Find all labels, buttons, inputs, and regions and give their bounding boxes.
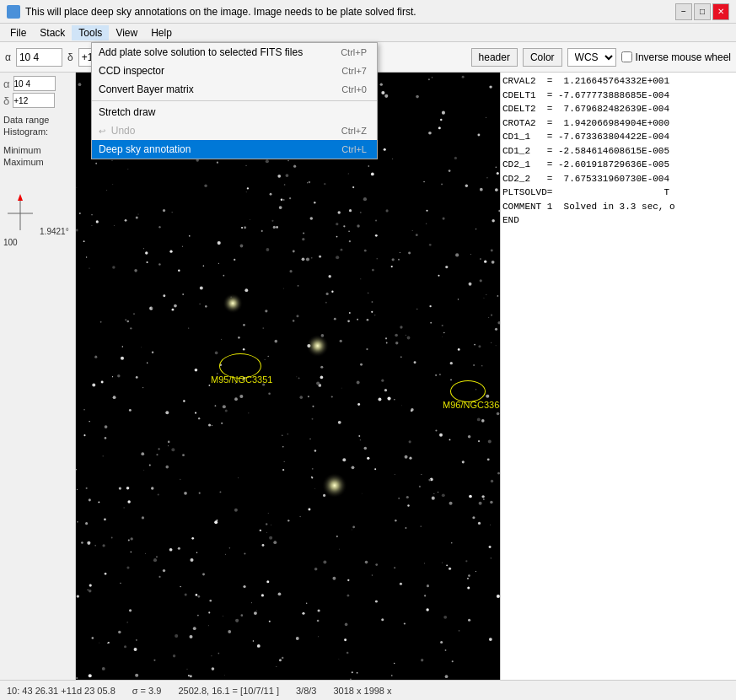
header-button[interactable]: header — [471, 48, 518, 67]
coords-display: 10: 43 26.31 +11d 23 05.8 — [7, 686, 116, 696]
window-controls: − □ ✕ — [675, 3, 729, 20]
menu-file[interactable]: File — [3, 25, 33, 40]
tools-dropdown: Add plate solve solution to selected FIT… — [91, 42, 378, 159]
svg-marker-2 — [18, 194, 23, 201]
angle-indicator: 1.9421° 100 — [3, 192, 72, 247]
menu-stack[interactable]: Stack — [33, 25, 72, 40]
fits-line: CD1_1 = -7.673363804422E-004 — [502, 130, 734, 144]
sigma-display: σ = 3.9 — [132, 686, 162, 696]
inverse-mouse-wheel-label: Inverse mouse wheel — [636, 51, 731, 63]
minimum-side-label: Minimum — [3, 145, 72, 155]
maximize-button[interactable]: □ — [694, 3, 711, 20]
alpha-label: α — [5, 51, 11, 63]
angle-numeric: 100 — [3, 238, 72, 247]
shortcut-label: Ctrl+Z — [341, 126, 367, 136]
histogram-side-label: Histogram: — [3, 127, 72, 137]
delta-label: δ — [67, 51, 73, 63]
shortcut-label: Ctrl+P — [341, 47, 367, 57]
window-title: This will place deep sky annotations on … — [25, 6, 675, 18]
main-area: α δ Data range Histogram: Minimum Maximu… — [0, 73, 736, 680]
dropdown-item-convert-bayer-matrix[interactable]: Convert Bayer matrixCtrl+0 — [92, 80, 377, 99]
dropdown-separator — [92, 100, 377, 101]
menu-help[interactable]: Help — [144, 25, 179, 40]
shortcut-label: Ctrl+7 — [341, 66, 367, 76]
fits-line: CDELT1 = -7.677773888685E-004 — [502, 89, 734, 103]
close-button[interactable]: ✕ — [712, 3, 729, 20]
menu-view[interactable]: View — [109, 25, 144, 40]
undo-icon: ↩ — [99, 127, 108, 136]
fits-line: CD2_1 = -2.601918729636E-005 — [502, 158, 734, 172]
dropdown-item-undo: ↩ UndoCtrl+Z — [92, 121, 377, 140]
angle-value: 1.9421° — [40, 227, 69, 236]
image-area[interactable]: M95/NGC3351M96/NGC3368IC643/PGC32392ICPG… — [76, 73, 500, 680]
dimensions-display: 3018 x 1998 x — [333, 686, 391, 696]
delta-side-input[interactable] — [13, 93, 55, 108]
fits-line: CD1_2 = -2.584614608615E-005 — [502, 144, 734, 159]
inverse-mouse-wheel-checkbox[interactable] — [621, 51, 632, 62]
color-button[interactable]: Color — [523, 48, 562, 67]
fits-line: PLTSOLVD= T — [502, 186, 734, 200]
fits-line: CD2_2 = 7.675331960730E-004 — [502, 172, 734, 186]
fits-line: CROTA2 = 1.942066984904E+000 — [502, 116, 734, 131]
titlebar: This will place deep sky annotations on … — [0, 0, 736, 24]
alpha-input[interactable] — [16, 48, 62, 67]
alpha-side-input[interactable] — [13, 76, 56, 91]
dropdown-item-deep-sky-annotation[interactable]: Deep sky annotationCtrl+L — [92, 140, 377, 159]
dropdown-item-ccd-inspector[interactable]: CCD inspectorCtrl+7 — [92, 62, 377, 80]
fits-line: CDELT2 = 7.679682482639E-004 — [502, 102, 734, 116]
statusbar: 10: 43 26.31 +11d 23 05.8 σ = 3.9 2502.8… — [0, 680, 736, 700]
fits-line: CRVAL2 = 1.216645764332E+001 — [502, 74, 734, 89]
star-canvas — [76, 73, 500, 680]
fits-line: COMMENT 1 Solved in 3.3 sec, o — [502, 200, 734, 214]
left-panel: α δ Data range Histogram: Minimum Maximu… — [0, 73, 76, 680]
dropdown-item-stretch-draw[interactable]: Stretch draw — [92, 103, 377, 121]
fits-header-panel[interactable]: CRVAL2 = 1.216645764332E+001CDELT1 = -7.… — [500, 73, 736, 680]
menu-tools[interactable]: Tools — [72, 25, 109, 40]
maximum-side-label: Maximum — [3, 157, 72, 167]
app-icon — [7, 5, 20, 19]
pixel-info-display: 2502.8, 16.1 = [10/7/11 ] — [178, 686, 279, 696]
data-range-side-label: Data range — [3, 115, 72, 125]
wcs-dropdown[interactable]: WCS — [567, 48, 616, 67]
minimize-button[interactable]: − — [675, 3, 692, 20]
menubar: File Stack Tools View Help — [0, 24, 736, 42]
fits-line: END — [502, 213, 734, 228]
shortcut-label: Ctrl+0 — [341, 84, 367, 94]
inverse-mouse-wheel-group: Inverse mouse wheel — [621, 51, 731, 63]
shortcut-label: Ctrl+L — [341, 144, 367, 154]
dropdown-item-add-plate-solve-solu[interactable]: Add plate solve solution to selected FIT… — [92, 43, 377, 62]
page-display: 3/8/3 — [296, 686, 316, 696]
